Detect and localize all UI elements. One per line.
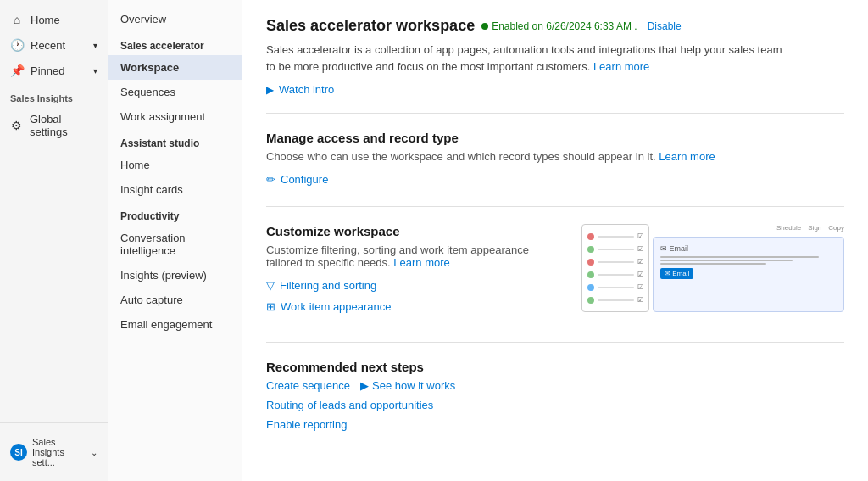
status-dot-icon — [481, 23, 488, 30]
nav-label-global-settings: Global settings — [30, 113, 97, 138]
sales-accelerator-section-label: Sales accelerator — [108, 31, 242, 55]
routing-link[interactable]: Routing of leads and opportunities — [266, 399, 433, 411]
preview-list-row: ☑ — [586, 243, 645, 255]
play-icon: ▶ — [266, 84, 274, 96]
customize-workspace-learn-more-link[interactable]: Learn more — [393, 256, 449, 269]
bottom-bar-settings[interactable]: SI Sales Insights sett... ⌄ — [0, 430, 108, 474]
work-item-appearance-button[interactable]: ⊞ Work item appearance — [266, 300, 568, 313]
nav-item-recent[interactable]: 🕐 Recent ▾ — [0, 32, 108, 58]
avatar: SI — [10, 444, 27, 461]
disable-link[interactable]: Disable — [648, 20, 682, 32]
manage-access-section: Manage access and record type Choose who… — [266, 131, 844, 186]
page-description: Sales accelerator is a collection of app… — [266, 42, 792, 75]
page-header: Sales accelerator workspace Enabled on 6… — [266, 17, 844, 35]
chevron-icon: ⌄ — [91, 448, 97, 457]
assistant-studio-section-label: Assistant studio — [108, 129, 242, 153]
right-sidebar-navigation: Overview Sales accelerator Workspace Seq… — [108, 0, 242, 481]
productivity-section-label: Productivity — [108, 202, 242, 226]
sidebar-item-workspace[interactable]: Workspace — [108, 55, 242, 80]
preview-card-header: ✉ Email — [660, 244, 837, 253]
customize-workspace-desc: Customize filtering, sorting and work it… — [266, 243, 568, 269]
customize-workspace-section: Customize workspace Customize filtering,… — [266, 224, 844, 322]
preview-list-row: ☑ — [586, 230, 645, 243]
gear-icon: ⚙ — [10, 119, 23, 132]
filter-icon: ▽ — [266, 279, 275, 292]
chevron-down-icon: ▾ — [93, 66, 97, 76]
preview-topbar-item2: Sign — [808, 224, 821, 232]
left-navigation: ⌂ Home 🕐 Recent ▾ 📌 Pinned ▾ Sales Insig… — [0, 0, 108, 481]
main-content: Sales accelerator workspace Enabled on 6… — [242, 0, 868, 481]
sidebar-item-email-engagement[interactable]: Email engagement — [108, 312, 242, 337]
bottom-bar-label: Sales Insights sett... — [32, 437, 86, 467]
preview-line-2 — [660, 260, 793, 261]
sidebar-item-overview[interactable]: Overview — [108, 7, 242, 31]
watch-intro-label: Watch intro — [279, 83, 334, 96]
grid-icon: ⊞ — [266, 300, 275, 313]
nav-item-home[interactable]: ⌂ Home — [0, 7, 108, 32]
configure-button[interactable]: ✏ Configure — [266, 173, 844, 186]
chevron-down-icon: ▾ — [93, 41, 97, 50]
preview-email-card: ✉ Email ✉ Email — [653, 237, 844, 312]
nav-label-home: Home — [31, 14, 60, 26]
sidebar-item-auto-capture[interactable]: Auto capture — [108, 288, 242, 312]
preview-line-3 — [660, 263, 766, 265]
preview-card-title-text: Email — [670, 244, 689, 253]
customize-workspace-title: Customize workspace — [266, 224, 568, 238]
home-icon: ⌂ — [10, 13, 24, 26]
preview-email-btn: ✉ Email — [660, 268, 693, 279]
preview-list-panel: ☑☑☑☑☑☑ — [581, 224, 649, 312]
see-how-link[interactable]: ▶ See how it works — [360, 379, 455, 392]
recommended-next-steps-title: Recommended next steps — [266, 360, 844, 374]
divider2 — [266, 206, 844, 207]
manage-access-desc-text: Choose who can use the workspace and whi… — [266, 150, 656, 163]
sidebar-item-insight-cards[interactable]: Insight cards — [108, 177, 242, 202]
page-title: Sales accelerator workspace — [266, 17, 475, 35]
preview-list-row: ☑ — [586, 294, 645, 306]
sidebar-item-sequences[interactable]: Sequences — [108, 80, 242, 104]
sidebar-item-work-assignment[interactable]: Work assignment — [108, 104, 242, 129]
divider — [266, 113, 844, 114]
workspace-preview: ☑☑☑☑☑☑ Shedule Sign Copy ✉ Email — [581, 224, 844, 312]
create-sequence-link[interactable]: Create sequence — [266, 379, 350, 392]
sidebar-item-assistant-home[interactable]: Home — [108, 153, 242, 177]
play-icon-small: ▶ — [360, 379, 369, 392]
filtering-sorting-label: Filtering and sorting — [280, 279, 376, 292]
nav-item-pinned[interactable]: 📌 Pinned ▾ — [0, 58, 108, 83]
sales-insights-section-label: Sales Insights — [0, 83, 108, 107]
nav-item-global-settings[interactable]: ⚙ Global settings — [0, 107, 108, 144]
customize-workspace-left: Customize workspace Customize filtering,… — [266, 224, 568, 322]
filtering-sorting-button[interactable]: ▽ Filtering and sorting — [266, 279, 568, 292]
enable-reporting-link[interactable]: Enable reporting — [266, 418, 347, 431]
pin-icon: 📌 — [10, 64, 24, 77]
sidebar-item-conversation-intelligence[interactable]: Conversation intelligence — [108, 226, 242, 263]
status-text: Enabled on 6/26/2024 6:33 AM . — [492, 20, 637, 32]
manage-access-learn-more-link[interactable]: Learn more — [659, 150, 715, 163]
work-item-label: Work item appearance — [281, 300, 392, 313]
create-sequence-row: Create sequence ▶ See how it works — [266, 379, 844, 392]
watch-intro-button[interactable]: ▶ Watch intro — [266, 83, 844, 96]
nav-label-pinned: Pinned — [31, 64, 64, 77]
recent-icon: 🕐 — [10, 38, 24, 52]
sidebar-item-insights-preview[interactable]: Insights (preview) — [108, 263, 242, 288]
nav-label-recent: Recent — [31, 39, 65, 52]
divider3 — [266, 342, 844, 343]
status-badge: Enabled on 6/26/2024 6:33 AM . — [481, 20, 637, 32]
learn-more-link[interactable]: Learn more — [593, 60, 649, 73]
preview-card-lines — [660, 256, 837, 265]
preview-topbar-item3: Copy — [828, 224, 844, 232]
pencil-icon: ✏ — [266, 173, 275, 186]
recommended-next-steps-section: Recommended next steps Create sequence ▶… — [266, 360, 844, 431]
preview-list-row: ☑ — [586, 255, 645, 268]
manage-access-desc: Choose who can use the workspace and whi… — [266, 150, 741, 163]
preview-line-1 — [660, 256, 819, 258]
see-how-label: See how it works — [372, 379, 455, 392]
preview-topbar-item1: Shedule — [776, 224, 801, 232]
manage-access-title: Manage access and record type — [266, 131, 844, 145]
description-text: Sales accelerator is a collection of app… — [266, 43, 782, 73]
configure-label: Configure — [281, 173, 328, 186]
preview-list-row: ☑ — [586, 281, 645, 294]
preview-list-row: ☑ — [586, 268, 645, 281]
